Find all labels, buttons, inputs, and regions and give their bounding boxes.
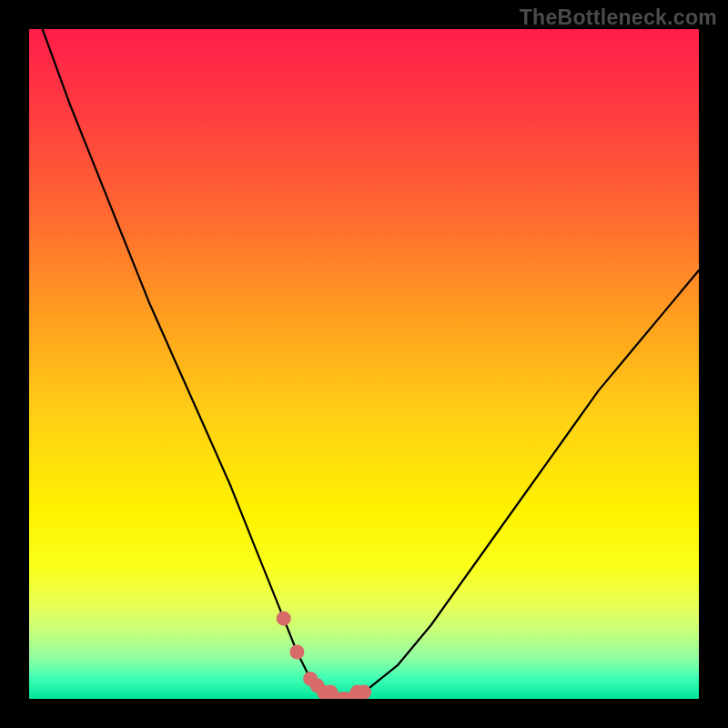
bottleneck-curve — [43, 29, 699, 699]
curve-layer — [29, 29, 699, 699]
chart-frame: TheBottleneck.com — [0, 0, 728, 728]
plot-area — [29, 29, 699, 699]
watermark-text: TheBottleneck.com — [520, 5, 717, 30]
optimal-range-markers — [284, 619, 364, 699]
